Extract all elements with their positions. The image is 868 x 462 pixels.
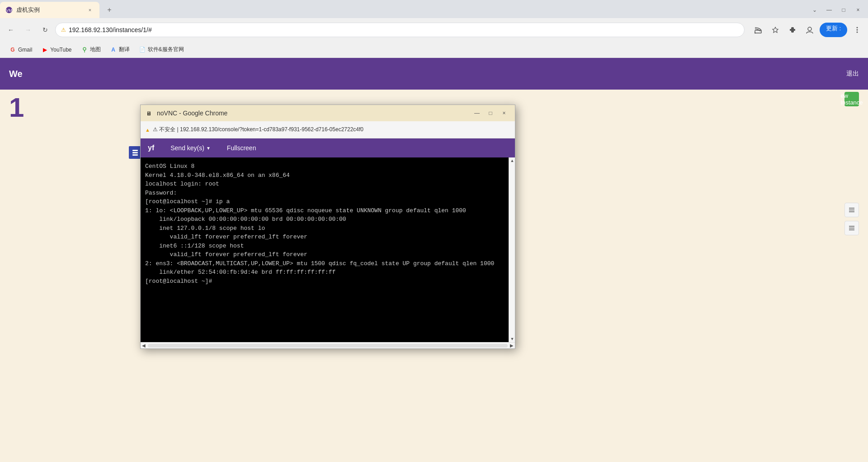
gmail-icon: G: [9, 46, 16, 53]
svg-point-10: [857, 29, 858, 31]
bookmark-translate-label: 翻译: [119, 46, 130, 53]
novnc-warning-icon: ▲: [145, 127, 150, 133]
novnc-send-keys-button[interactable]: Send key(s) ▼: [166, 143, 215, 153]
bookmark-gmail[interactable]: G Gmail: [5, 44, 36, 55]
bookmark-translate[interactable]: A 翻译: [106, 44, 133, 55]
cast-button[interactable]: [751, 23, 765, 37]
page-header-text: We: [9, 69, 23, 79]
minimize-down-button[interactable]: ⌄: [808, 4, 821, 16]
terminal-line: link/loopback 00:00:00:00:00:00 brd 00:0…: [145, 215, 510, 224]
svg-rect-7: [791, 27, 794, 33]
bookmark-youtube[interactable]: ▶ YouTube: [38, 44, 75, 55]
scroll-track[interactable]: [148, 344, 508, 348]
terminal-line: inet 127.0.0.1/8 scope host lo: [145, 224, 510, 233]
svg-point-12: [83, 48, 86, 50]
novnc-vertical-scrollbar[interactable]: ▲ ▼: [509, 157, 515, 342]
tab-title: 虚机实例: [16, 6, 83, 14]
svg-rect-13: [132, 150, 138, 151]
instance-number: 1: [9, 94, 24, 121]
novnc-close-button[interactable]: ×: [498, 107, 510, 119]
page-content: We 退出 1 ew Instance: [0, 58, 868, 462]
terminal-line: [root@localhost ~]#: [145, 277, 510, 286]
bookmark-software-label: 软件&服务官网: [148, 46, 184, 53]
svg-rect-15: [132, 154, 138, 156]
restore-button[interactable]: □: [837, 4, 850, 16]
address-bar-actions: 更新 :: [751, 23, 864, 37]
scroll-thumb-area: [509, 164, 515, 336]
insecure-icon: ⚠: [61, 27, 66, 33]
tab-close-button[interactable]: ×: [86, 6, 94, 14]
sidebar-buttons: [129, 146, 142, 159]
novnc-window: 🖥 noVNC - Google Chrome — □ × ▲ ⚠ 不安全 | …: [140, 105, 515, 349]
terminal-line: 1: lo: <LOOPBACK,UP,LOWER_UP> mtu 65536 …: [145, 206, 510, 215]
bookmark-maps-label: 地图: [90, 46, 101, 53]
terminal-line: Kernel 4.18.0-348.el8.x86_64 on an x86_6…: [145, 171, 510, 180]
address-bar-row: ← → ↻ ⚠ 192.168.92.130/instances/1/# 更新 …: [0, 18, 868, 42]
novnc-minimize-button[interactable]: —: [471, 107, 483, 119]
close-browser-button[interactable]: ×: [852, 4, 864, 16]
scroll-right-button[interactable]: ▶: [509, 343, 515, 349]
back-button[interactable]: ←: [4, 23, 18, 37]
svg-point-9: [857, 27, 858, 29]
logout-button[interactable]: 退出: [846, 70, 859, 78]
active-tab[interactable]: VM 虚机实例 ×: [0, 2, 99, 18]
novnc-address-bar[interactable]: ▲ ⚠ 不安全 | 192.168.92.130/console/?token=…: [141, 121, 515, 138]
svg-point-3: [755, 33, 756, 34]
novnc-maximize-button[interactable]: □: [484, 107, 497, 119]
software-icon: 📄: [139, 46, 146, 53]
novnc-terminal[interactable]: CentOS Linux 8Kernel 4.18.0-348.el8.x86_…: [141, 157, 515, 342]
bookmark-gmail-label: Gmail: [18, 47, 32, 53]
profile-button[interactable]: [802, 23, 817, 37]
scroll-up-button[interactable]: ▲: [509, 157, 515, 164]
bookmarks-bar: G Gmail ▶ YouTube 地图 A 翻译 📄 软件&服务官网: [0, 42, 868, 58]
terminal-line: valid_lft forever preferred_lft forever: [145, 250, 510, 259]
novnc-titlebar: 🖥 noVNC - Google Chrome — □ ×: [141, 105, 515, 121]
terminal-line: localhost login: root: [145, 180, 510, 189]
update-button[interactable]: 更新 :: [820, 23, 847, 37]
scroll-down-button[interactable]: ▼: [509, 336, 515, 342]
svg-marker-4: [773, 27, 778, 33]
action-btn-2[interactable]: [844, 221, 859, 235]
svg-rect-14: [132, 152, 138, 153]
extensions-button[interactable]: [785, 23, 800, 37]
terminal-line: link/ether 52:54:00:fb:9d:4e brd ff:ff:f…: [145, 268, 510, 277]
tab-favicon-icon: VM: [5, 6, 13, 14]
terminal-line: valid_lft forever preferred_lft forever: [145, 233, 510, 242]
novnc-window-controls: — □ ×: [471, 107, 510, 119]
reload-button[interactable]: ↻: [38, 23, 52, 37]
right-action-buttons: [844, 203, 859, 235]
new-tab-button[interactable]: +: [103, 4, 116, 16]
tab-bar: VM 虚机实例 × + ⌄ — □ ×: [0, 0, 868, 18]
maximize-button[interactable]: —: [823, 4, 835, 16]
svg-point-8: [808, 27, 811, 31]
novnc-favicon-icon: 🖥: [145, 109, 153, 117]
terminal-line: CentOS Linux 8: [145, 162, 510, 171]
novnc-horizontal-scrollbar[interactable]: ◀ ▶: [141, 342, 515, 348]
novnc-toolbar: yf Send key(s) ▼ Fullscreen: [141, 138, 515, 157]
bookmark-star-button[interactable]: [768, 23, 783, 37]
action-btn-1[interactable]: [844, 203, 859, 217]
forward-button[interactable]: →: [21, 23, 35, 37]
novnc-url-text: ⚠ 不安全 | 192.168.92.130/console/?token=1-…: [153, 126, 363, 133]
scroll-left-button[interactable]: ◀: [141, 343, 147, 349]
address-bar[interactable]: ⚠ 192.168.92.130/instances/1/#: [55, 23, 745, 37]
new-instance-button[interactable]: ew Instance: [844, 92, 859, 106]
sidebar-btn-1[interactable]: [129, 146, 142, 159]
bookmark-youtube-label: YouTube: [50, 47, 71, 53]
novnc-logo: yf: [148, 144, 154, 152]
bookmark-maps[interactable]: 地图: [77, 44, 104, 55]
address-text: 192.168.92.130/instances/1/#: [69, 26, 739, 33]
svg-text:🖥: 🖥: [146, 110, 151, 117]
chrome-browser: VM 虚机实例 × + ⌄ — □ × ← → ↻ ⚠ 192.168.92.1…: [0, 0, 868, 462]
novnc-send-keys-label: Send key(s): [170, 144, 204, 152]
novnc-fullscreen-button[interactable]: Fullscreen: [222, 143, 261, 153]
bookmark-software[interactable]: 📄 软件&服务官网: [135, 44, 188, 55]
terminal-line: 2: ens3: <BROADCAST,MULTICAST,UP,LOWER_U…: [145, 259, 510, 268]
novnc-title: noVNC - Google Chrome: [157, 110, 467, 117]
page-header: We 退出: [0, 58, 868, 90]
youtube-icon: ▶: [41, 46, 48, 53]
svg-point-11: [857, 32, 858, 33]
terminal-line: [root@localhost ~]# ip a: [145, 197, 510, 206]
terminal-line: inet6 ::1/128 scope host: [145, 242, 510, 251]
more-menu-button[interactable]: [850, 23, 864, 37]
